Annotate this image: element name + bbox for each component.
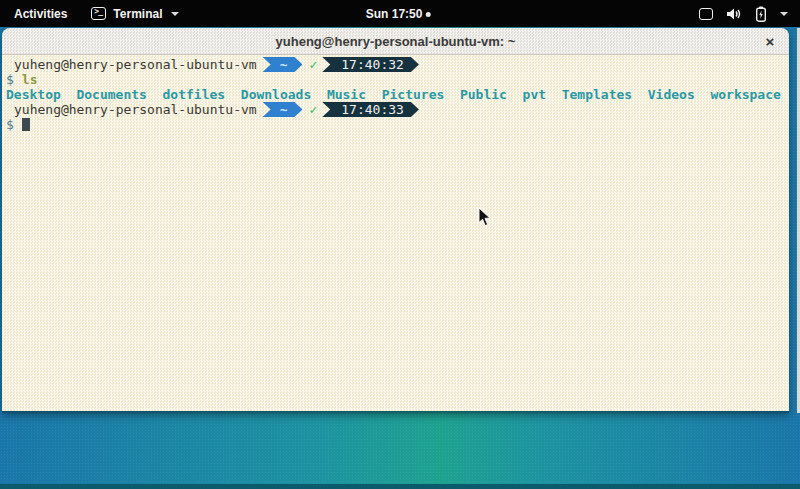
notification-dot-icon [425, 12, 430, 17]
prompt-cwd-segment: ~ [263, 57, 303, 72]
prompt-user-host: yuheng@henry-personal-ubuntu-vm [14, 102, 257, 117]
terminal-window: yuheng@henry-personal-ubuntu-vm: ~ × yuh… [2, 28, 789, 413]
prompt-symbol: $ [6, 117, 14, 132]
mouse-pointer [478, 207, 491, 227]
activities-button[interactable]: Activities [0, 0, 81, 27]
system-status-menu[interactable] [687, 0, 800, 27]
chevron-down-icon [780, 12, 788, 16]
chevron-down-icon [171, 12, 179, 16]
prompt-symbol: $ [6, 72, 14, 87]
clock-label: Sun 17:50 [366, 7, 423, 21]
check-icon: ✓ [309, 102, 317, 117]
terminal-icon: >_ [91, 7, 106, 20]
prompt-time-badge: 17:40:32 [322, 57, 419, 72]
gnome-top-bar: Activities >_ Terminal Sun 17:50 [0, 0, 800, 27]
window-titlebar[interactable]: yuheng@henry-personal-ubuntu-vm: ~ × [2, 28, 789, 55]
prompt-line-1: yuheng@henry-personal-ubuntu-vm ~ ✓ 17:4… [6, 57, 789, 72]
window-title: yuheng@henry-personal-ubuntu-vm: ~ [276, 34, 516, 49]
terminal-cursor [22, 118, 30, 131]
prompt-time-badge: 17:40:33 [322, 102, 419, 117]
screen-icon [699, 8, 713, 20]
volume-icon [726, 7, 742, 21]
directory-listing: Desktop Documents dotfiles Downloads Mus… [6, 87, 781, 102]
terminal-icon-glyph: >_ [94, 7, 102, 16]
check-icon: ✓ [309, 57, 317, 72]
close-button[interactable]: × [761, 32, 779, 50]
app-menu-label: Terminal [113, 7, 162, 21]
command-line: $ ls [6, 72, 789, 87]
command-text: ls [22, 72, 38, 87]
clock-button[interactable]: Sun 17:50 [366, 0, 431, 27]
prompt-line-2: yuheng@henry-personal-ubuntu-vm ~ ✓ 17:4… [6, 102, 789, 117]
ls-output-line: Desktop Documents dotfiles Downloads Mus… [6, 87, 789, 102]
app-menu-terminal[interactable]: >_ Terminal [81, 0, 189, 27]
prompt-user-host: yuheng@henry-personal-ubuntu-vm [14, 57, 257, 72]
desktop-bottom-strip [0, 484, 800, 489]
battery-charging-icon [755, 6, 767, 22]
input-line: $ [6, 117, 789, 132]
prompt-cwd-segment: ~ [263, 102, 303, 117]
terminal-screen[interactable]: yuheng@henry-personal-ubuntu-vm ~ ✓ 17:4… [2, 55, 789, 411]
